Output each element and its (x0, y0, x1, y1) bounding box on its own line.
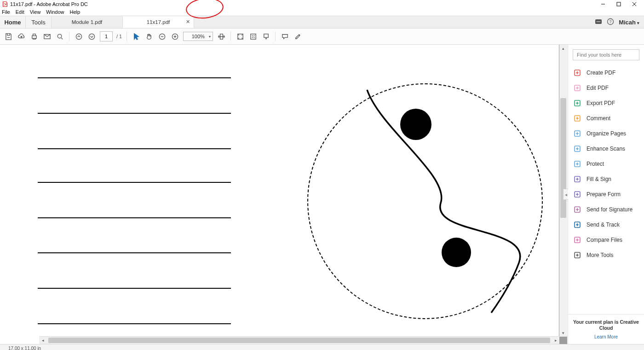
tool-item-export-pdf[interactable]: Export PDF (568, 95, 644, 111)
writing-line (38, 252, 231, 253)
writing-line (38, 217, 231, 218)
user-name: Micah (619, 19, 636, 26)
zoom-in-icon[interactable] (170, 32, 179, 41)
tool-icon (574, 84, 581, 92)
comment-bubble-icon[interactable] (280, 32, 289, 41)
scroll-up-icon[interactable]: ▴ (559, 45, 567, 52)
tool-item-send-track[interactable]: Send & Track (568, 217, 644, 232)
tab-tools[interactable]: Tools (26, 16, 52, 28)
zoom-level-value: 100% (192, 34, 205, 39)
menu-help[interactable]: Help (69, 9, 80, 15)
document-tab-1[interactable]: 11x17.pdf ✕ (123, 16, 194, 28)
writing-line (38, 288, 231, 289)
svg-point-2 (597, 21, 598, 22)
tabs-row: Home Tools Module 1.pdf 11x17.pdf ✕ ? Mi… (0, 16, 644, 28)
tool-item-create-pdf[interactable]: Create PDF (568, 65, 644, 80)
page-total-label: / 1 (116, 34, 122, 39)
close-tab-icon[interactable]: ✕ (186, 19, 190, 25)
user-menu[interactable]: Micah▾ (619, 19, 639, 26)
tool-item-more-tools[interactable]: More Tools (568, 247, 644, 262)
acrobat-app-icon (2, 1, 8, 7)
tool-item-send-for-signature[interactable]: Send for Signature (568, 202, 644, 217)
tool-icon (574, 251, 581, 259)
tool-item-protect[interactable]: Protect (568, 156, 644, 171)
document-page[interactable] (0, 45, 559, 344)
page-down-icon[interactable] (87, 32, 96, 41)
zoom-level-dropdown[interactable]: 100% ▾ (183, 32, 213, 41)
tool-label: Send & Track (586, 222, 620, 228)
arrow-select-icon[interactable] (132, 32, 141, 41)
tool-icon (574, 191, 581, 198)
zoom-out-icon[interactable] (157, 32, 167, 41)
tool-label: Compare Files (586, 237, 622, 243)
save-icon[interactable] (4, 32, 13, 41)
scroll-down-icon[interactable]: ▾ (559, 329, 567, 337)
document-tab-label: 11x17.pdf (147, 19, 170, 25)
fit-visible-icon[interactable] (248, 32, 258, 41)
svg-point-4 (599, 21, 600, 22)
tool-item-edit-pdf[interactable]: Edit PDF (568, 80, 644, 95)
page-number-input[interactable] (100, 31, 113, 41)
svg-point-9 (58, 34, 62, 38)
scroll-thumb[interactable] (48, 338, 550, 343)
tool-label: Prepare Form (586, 191, 621, 198)
tool-icon (574, 236, 581, 244)
fit-page-icon[interactable] (236, 32, 245, 41)
email-icon[interactable] (42, 32, 52, 41)
tool-item-enhance-scans[interactable]: Enhance Scans (568, 141, 644, 156)
cloud-upload-icon[interactable] (17, 32, 26, 41)
tool-item-compare-files[interactable]: Compare Files (568, 232, 644, 247)
main-toolbar: / 1 100% ▾ (0, 28, 644, 45)
learn-more-link[interactable]: Learn More (571, 334, 641, 339)
writing-line (38, 148, 231, 149)
highlight-icon[interactable] (293, 32, 302, 41)
tool-item-fill-sign[interactable]: Fill & Sign (568, 171, 644, 187)
plan-text: Your current plan is Creative Cloud (571, 319, 641, 332)
svg-text:?: ? (610, 19, 612, 24)
window-close-button[interactable] (627, 0, 642, 8)
read-mode-icon[interactable] (261, 32, 270, 41)
tab-home[interactable]: Home (0, 16, 26, 28)
window-maximize-button[interactable] (611, 0, 627, 8)
scroll-thumb[interactable] (560, 98, 566, 218)
svg-point-3 (598, 21, 599, 22)
menu-view[interactable]: View (30, 9, 41, 15)
horizontal-scrollbar[interactable]: ◂ ▸ (39, 336, 559, 344)
tool-label: Comment (586, 115, 610, 122)
tool-icon (574, 175, 581, 183)
notifications-icon[interactable] (595, 18, 602, 27)
writing-line (38, 77, 231, 78)
tool-item-prepare-form[interactable]: Prepare Form (568, 187, 644, 202)
tool-item-organize-pages[interactable]: Organize Pages (568, 126, 644, 141)
scroll-left-icon[interactable]: ◂ (39, 337, 46, 344)
right-panel-toggle[interactable]: ◂ (563, 189, 568, 200)
tool-item-comment[interactable]: Comment (568, 111, 644, 126)
menu-file[interactable]: File (2, 9, 10, 15)
svg-point-10 (76, 34, 81, 39)
tools-search-input[interactable] (573, 49, 639, 60)
main-area: ▸ ▴ ▾ ◂ (0, 45, 644, 344)
svg-rect-15 (251, 34, 256, 39)
help-icon[interactable]: ? (607, 18, 614, 27)
page-up-icon[interactable] (74, 32, 83, 41)
menu-window[interactable]: Window (46, 9, 64, 15)
menu-edit[interactable]: Edit (16, 9, 24, 15)
tool-label: Export PDF (586, 100, 615, 106)
menu-bar: File Edit View Window Help (0, 8, 644, 16)
pan-hand-icon[interactable] (144, 32, 154, 41)
search-icon[interactable] (55, 32, 64, 41)
tool-icon (574, 69, 581, 76)
page-dimensions: 17.00 x 11.00 in (8, 346, 41, 350)
tool-label: Organize Pages (586, 130, 626, 137)
document-tab-0[interactable]: Module 1.pdf (52, 16, 123, 28)
plan-info: Your current plan is Creative Cloud Lear… (568, 314, 644, 344)
print-icon[interactable] (29, 32, 39, 41)
window-titlebar: 11x17.pdf - Adobe Acrobat Pro DC (0, 0, 644, 8)
chevron-down-icon: ▾ (637, 21, 639, 25)
scroll-right-icon[interactable]: ▸ (552, 337, 559, 344)
document-region: ▴ ▾ ◂ ▸ (0, 45, 567, 344)
svg-point-11 (89, 34, 94, 39)
writing-line (38, 182, 231, 183)
window-minimize-button[interactable] (595, 0, 611, 8)
fit-width-icon[interactable] (217, 32, 226, 41)
